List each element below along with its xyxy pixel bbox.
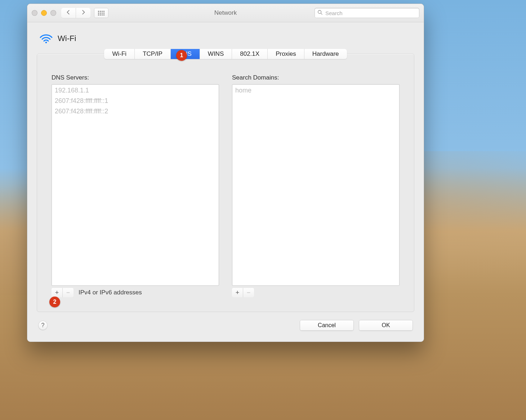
tab-bar: Wi-FiTCP/IPDNSWINS802.1XProxiesHardware <box>104 49 347 59</box>
minus-icon: − <box>247 289 251 297</box>
search-domains-label: Search Domains: <box>232 74 400 81</box>
tab-proxies[interactable]: Proxies <box>268 49 304 59</box>
forward-button[interactable] <box>76 8 90 18</box>
chevron-left-icon <box>66 10 71 16</box>
sd-add-remove-group: + − <box>232 288 254 297</box>
titlebar: Network <box>27 4 424 22</box>
traffic-lights <box>32 10 56 16</box>
list-item[interactable]: 2607:f428:ffff:ffff::2 <box>55 106 216 117</box>
tab-wins[interactable]: WINS <box>200 49 232 59</box>
plus-icon: + <box>236 289 240 297</box>
tab-8021x[interactable]: 802.1X <box>232 49 268 59</box>
back-button[interactable] <box>61 8 76 18</box>
dns-servers-column: DNS Servers: 192.168.1.12607:f428:ffff:f… <box>52 74 219 297</box>
tab-hardware[interactable]: Hardware <box>304 49 347 59</box>
search-field-wrap[interactable] <box>315 8 419 18</box>
interface-name: Wi-Fi <box>58 34 76 43</box>
nav-segment <box>61 8 90 18</box>
svg-point-2 <box>45 42 47 44</box>
plus-icon: + <box>55 289 59 297</box>
chevron-right-icon <box>81 10 86 16</box>
sd-remove-button[interactable]: − <box>243 288 254 297</box>
interface-header: Wi-Fi <box>37 33 414 44</box>
dns-servers-list[interactable]: 192.168.1.12607:f428:ffff:ffff::12607:f4… <box>52 84 219 286</box>
tab-tcpip[interactable]: TCP/IP <box>135 49 171 59</box>
grid-icon <box>98 11 104 15</box>
dns-hint: IPv4 or IPv6 addresses <box>79 289 142 296</box>
help-button[interactable]: ? <box>38 321 48 330</box>
search-icon <box>317 10 322 16</box>
dns-add-button[interactable]: + <box>52 288 62 297</box>
network-preferences-window: Network Wi-Fi Wi-FiTCP/IPDNSWINS802.1XPr… <box>27 4 424 342</box>
sd-add-button[interactable]: + <box>232 288 243 297</box>
show-all-button[interactable] <box>94 8 108 18</box>
tab-dns[interactable]: DNS <box>171 49 200 59</box>
search-domains-list[interactable]: home <box>232 84 400 286</box>
dns-remove-button[interactable]: − <box>62 288 73 297</box>
list-item[interactable]: home <box>235 85 396 96</box>
ok-label: OK <box>382 322 390 329</box>
minus-icon: − <box>66 289 70 297</box>
list-item[interactable]: 192.168.1.1 <box>55 85 216 96</box>
minimize-window-button[interactable] <box>41 10 47 16</box>
help-icon: ? <box>41 322 45 329</box>
search-input[interactable] <box>325 10 416 17</box>
ok-button[interactable]: OK <box>359 320 413 331</box>
footer: ? Cancel OK <box>37 315 414 336</box>
search-domains-column: Search Domains: home + − <box>232 74 400 297</box>
tab-wifi[interactable]: Wi-Fi <box>104 49 135 59</box>
dns-panel: DNS Servers: 192.168.1.12607:f428:ffff:f… <box>37 54 414 312</box>
svg-line-1 <box>321 13 322 15</box>
dns-add-remove-group: + − <box>52 288 73 297</box>
dns-servers-label: DNS Servers: <box>52 74 219 81</box>
cancel-button[interactable]: Cancel <box>300 320 354 331</box>
window-body: Wi-Fi Wi-FiTCP/IPDNSWINS802.1XProxiesHar… <box>27 22 424 342</box>
cancel-label: Cancel <box>318 322 336 329</box>
wifi-icon <box>39 33 53 44</box>
close-window-button[interactable] <box>32 10 37 16</box>
zoom-window-button[interactable] <box>50 10 56 16</box>
list-item[interactable]: 2607:f428:ffff:ffff::1 <box>55 96 216 106</box>
